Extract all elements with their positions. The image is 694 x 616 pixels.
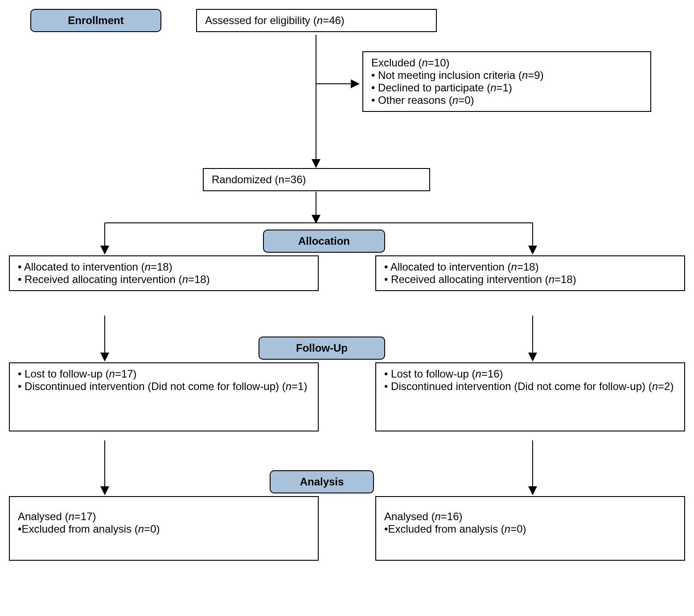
phase-enrollment: Enrollment xyxy=(30,9,161,32)
assessed-n: 46 xyxy=(329,14,341,26)
allocation-right-allocated: Allocated to intervention (n=18) xyxy=(384,261,676,273)
followup-right-lost: Lost to follow-up (n=16) xyxy=(384,368,676,380)
phase-followup: Follow-Up xyxy=(259,337,385,360)
followup-left-discontinued: Discontinued intervention (Did not come … xyxy=(18,380,310,393)
phase-allocation: Allocation xyxy=(263,230,385,253)
followup-left-lost: Lost to follow-up (n=17) xyxy=(18,368,310,380)
randomized-n: 36 xyxy=(291,173,303,185)
excluded-box: Excluded (n=10) Not meeting inclusion cr… xyxy=(362,51,651,112)
randomized-label: Randomized xyxy=(212,173,272,185)
analysis-left-box: Analysed (n=17) •Excluded from analysis … xyxy=(9,496,319,561)
analysis-left-excluded: •Excluded from analysis (n=0) xyxy=(18,523,310,535)
assessed-label: Assessed for eligibility xyxy=(205,14,310,26)
analysis-right-box: Analysed (n=16) •Excluded from analysis … xyxy=(375,496,685,561)
excluded-reason: Other reasons (n=0) xyxy=(371,94,642,107)
analysis-left-analysed: Analysed (n=17) xyxy=(18,510,310,523)
excluded-label: Excluded xyxy=(371,57,415,69)
excluded-reason: Not meeting inclusion criteria (n=9) xyxy=(371,69,642,82)
followup-left-box: Lost to follow-up (n=17) Discontinued in… xyxy=(9,362,319,431)
phase-analysis: Analysis xyxy=(270,470,374,493)
followup-right-discontinued: Discontinued intervention (Did not come … xyxy=(384,380,676,393)
allocation-right-received: Received allocating intervention (n=18) xyxy=(384,273,676,286)
assessed-box: Assessed for eligibility (n=46) xyxy=(196,9,437,32)
excluded-n: 10 xyxy=(434,57,446,69)
excluded-reason: Declined to participate (n=1) xyxy=(371,82,642,94)
analysis-right-analysed: Analysed (n=16) xyxy=(384,510,676,523)
randomized-box: Randomized (n=36) xyxy=(203,168,430,191)
allocation-left-received: Received allocating intervention (n=18) xyxy=(18,273,310,286)
allocation-left-box: Allocated to intervention (n=18) Receive… xyxy=(9,255,319,291)
allocation-left-allocated: Allocated to intervention (n=18) xyxy=(18,261,310,273)
analysis-right-excluded: •Excluded from analysis (n=0) xyxy=(384,523,676,535)
allocation-right-box: Allocated to intervention (n=18) Receive… xyxy=(375,255,685,291)
followup-right-box: Lost to follow-up (n=16) Discontinued in… xyxy=(375,362,685,431)
